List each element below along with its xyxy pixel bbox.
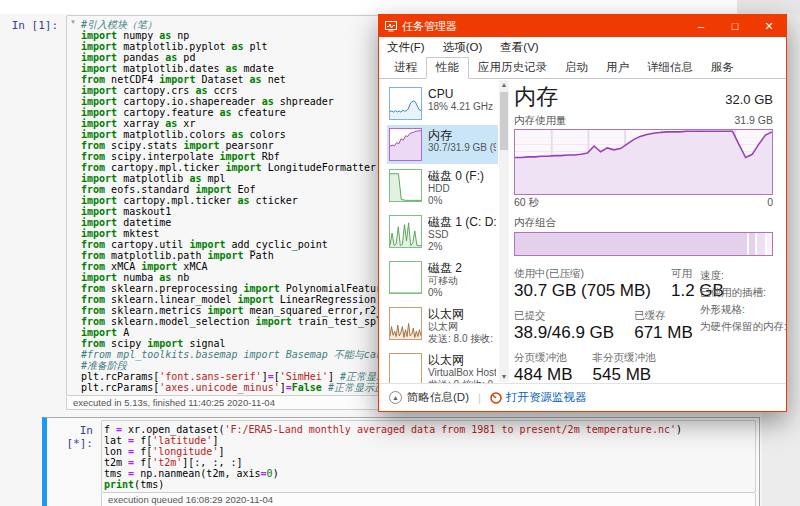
code-line: f = xr.open_dataset('F:/ERA5-Land monthl… <box>104 424 751 435</box>
sidebar-item-name: 磁盘 0 (F:) <box>428 169 484 183</box>
panel-title: 内存 <box>514 82 558 112</box>
sidebar-item-detail: 0% <box>428 287 462 299</box>
sidebar-item-磁盘 1 (C: D: E:[interactable]: 磁盘 1 (C: D: E:SSD2% <box>387 212 498 256</box>
memory-composition-bar <box>514 232 773 256</box>
hw-label: 已使用的插槽: <box>700 284 787 301</box>
sidebar-item-detail: 30.7/31.9 GB (96%) <box>428 142 496 154</box>
sidebar-item-name: CPU <box>428 87 493 101</box>
memory-mini-chart <box>389 128 422 161</box>
stat-分页缓冲池: 分页缓冲池484 MB <box>514 351 573 386</box>
composition-label: 内存组合 <box>514 216 773 230</box>
tab-性能[interactable]: 性能 <box>426 57 469 79</box>
scrollbar-thumb[interactable] <box>500 92 508 150</box>
sidebar-item-name: 磁盘 1 (C: D: E: <box>428 215 496 229</box>
sidebar-item-detail: 以太网 <box>428 321 496 333</box>
code-editor[interactable]: f = xr.open_dataset('F:/ERA5-Land monthl… <box>102 421 755 492</box>
hw-label: 为硬件保留的内存: <box>700 318 787 335</box>
sidebar-item-detail: 发送: 8.0 接收: 8.0 K <box>428 333 496 345</box>
task-manager-icon <box>385 20 397 32</box>
hardware-info-labels: 速度:已使用的插槽:外形规格:为硬件保留的内存: <box>700 267 787 335</box>
disk-mini-chart <box>389 215 422 248</box>
page-top-right-corner <box>737 0 800 14</box>
hw-label: 外形规格: <box>700 301 787 318</box>
open-resource-monitor-link[interactable]: 打开资源监视器 <box>490 390 587 405</box>
sidebar-item-text: 内存30.7/31.9 GB (96%) <box>428 128 496 154</box>
code-line: t2m = f['t2m'][:, :, :] <box>104 457 751 468</box>
stat-label: 已缓存 <box>634 309 693 322</box>
sidebar-item-detail: SSD <box>428 229 496 241</box>
stat-非分页缓冲池: 非分页缓冲池545 MB <box>593 351 656 386</box>
sidebar-item-detail: 18% 4.21 GHz <box>428 101 493 113</box>
sidebar-item-detail: 0% <box>428 195 484 207</box>
menu-file[interactable]: 文件(F) <box>387 40 425 55</box>
sidebar-item-text: 以太网以太网发送: 8.0 接收: 8.0 K <box>428 307 496 345</box>
cell-input-prompt: In [*]: <box>47 420 101 506</box>
sidebar-item-以太网[interactable]: 以太网以太网发送: 8.0 接收: 8.0 K <box>387 304 498 348</box>
fewer-details-label: 简略信息(D) <box>407 390 469 405</box>
menu-view[interactable]: 查看(V) <box>500 40 538 55</box>
tab-进程[interactable]: 进程 <box>385 58 426 78</box>
tab-用户[interactable]: 用户 <box>597 58 638 78</box>
performance-pane: CPU18% 4.21 GHz内存30.7/31.9 GB (96%)磁盘 0 … <box>380 80 785 382</box>
memory-detail-panel: 内存 32.0 GB 内存使用量 31.9 GB 60 秒 0 内存组合 使用中… <box>510 80 785 382</box>
sidebar-item-detail: 2% <box>428 241 496 253</box>
sidebar-scrollbar[interactable]: ▲ ▼ <box>499 80 509 382</box>
cell-input-prompt: In [1]: <box>8 15 66 410</box>
stat-value: 30.7 GB (705 MB) <box>514 280 651 302</box>
code-line: print(tms) <box>104 479 751 490</box>
fewer-details-toggle[interactable]: ▲ 简略信息(D) <box>389 390 469 405</box>
tab-服务[interactable]: 服务 <box>702 58 743 78</box>
notebook-top-band <box>0 0 737 14</box>
memory-capacity: 32.0 GB <box>725 92 773 107</box>
stat-使用中(已压缩): 使用中(已压缩)30.7 GB (705 MB) <box>514 267 651 302</box>
sidebar-item-CPU[interactable]: CPU18% 4.21 GHz <box>387 84 498 123</box>
sidebar-item-name: 磁盘 2 <box>428 261 462 275</box>
composition-segment-free <box>767 233 772 255</box>
stat-已提交: 已提交38.9/46.9 GB <box>514 309 614 344</box>
scroll-up-icon[interactable]: ▲ <box>499 80 509 90</box>
resource-monitor-icon <box>490 392 502 404</box>
hw-label: 速度: <box>700 267 787 284</box>
task-manager-titlebar[interactable]: 任务管理器 – □ ✕ <box>379 15 786 37</box>
maximize-button[interactable]: □ <box>718 15 752 37</box>
chevron-up-circle-icon: ▲ <box>389 391 402 404</box>
stat-已缓存: 已缓存671 MB <box>634 309 693 344</box>
stat-label: 已提交 <box>514 309 614 322</box>
disk-mini-chart <box>389 169 422 202</box>
code-input-area[interactable]: f = xr.open_dataset('F:/ERA5-Land monthl… <box>101 420 756 493</box>
notebook-cell-open-dataset[interactable]: In [*]: f = xr.open_dataset('F:/ERA5-Lan… <box>42 417 760 506</box>
stat-label: 非分页缓冲池 <box>593 351 656 364</box>
sidebar-item-name: 内存 <box>428 128 496 142</box>
scroll-down-icon[interactable]: ▼ <box>499 372 509 382</box>
composition-segment-in-use <box>515 233 747 255</box>
minimize-button[interactable]: – <box>684 15 718 37</box>
execution-queued-status: execution queued 16:08:29 2020-11-04 <box>101 493 756 506</box>
stat-value: 38.9/46.9 GB <box>514 322 614 344</box>
task-manager-footer: ▲ 简略信息(D) | 打开资源监视器 <box>379 383 786 411</box>
stat-label: 分页缓冲池 <box>514 351 573 364</box>
composition-segment-modified <box>749 233 755 255</box>
x-axis-right-label: 0 <box>767 196 773 210</box>
tab-详细信息[interactable]: 详细信息 <box>638 58 702 78</box>
resource-monitor-label: 打开资源监视器 <box>506 390 587 405</box>
menu-options[interactable]: 选项(O) <box>443 40 483 55</box>
x-axis-left-label: 60 秒 <box>514 196 539 210</box>
code-line: lat = f['latitude'] <box>104 435 751 446</box>
close-button[interactable]: ✕ <box>752 15 786 37</box>
sidebar-item-磁盘 0 (F:)[interactable]: 磁盘 0 (F:)HDD0% <box>387 166 498 210</box>
sidebar-item-name: 以太网 <box>428 307 496 321</box>
sidebar-item-text: CPU18% 4.21 GHz <box>428 87 493 113</box>
sidebar-item-内存[interactable]: 内存30.7/31.9 GB (96%) <box>387 125 498 164</box>
codefold-arrow-icon[interactable]: ▾ <box>67 16 79 395</box>
disk-mini-chart <box>389 261 422 294</box>
sidebar-item-detail: 可移动 <box>428 275 462 287</box>
stat-label: 使用中(已压缩) <box>514 267 651 280</box>
sidebar-item-detail: HDD <box>428 183 484 195</box>
tab-应用历史记录[interactable]: 应用历史记录 <box>469 58 556 78</box>
stat-value: 671 MB <box>634 322 693 344</box>
sidebar-item-磁盘 2[interactable]: 磁盘 2可移动0% <box>387 258 498 302</box>
memory-usage-chart <box>514 129 773 195</box>
tab-启动[interactable]: 启动 <box>556 58 597 78</box>
code-line: lon = f['longitude'] <box>104 446 751 457</box>
usage-chart-label: 内存使用量 <box>514 114 567 128</box>
